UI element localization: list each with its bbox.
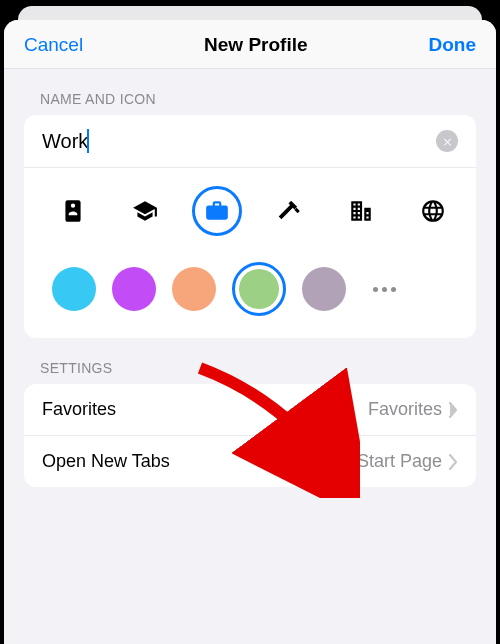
icon-option-badge[interactable] xyxy=(48,186,98,236)
badge-icon xyxy=(60,198,86,224)
new-tabs-value: On Start Page xyxy=(328,451,442,472)
color-option-orange[interactable] xyxy=(172,267,216,311)
hammer-icon xyxy=(276,198,302,224)
graduation-cap-icon xyxy=(132,198,158,224)
icon-option-hammer[interactable] xyxy=(264,186,314,236)
icon-option-graduation[interactable] xyxy=(120,186,170,236)
ellipsis-icon xyxy=(373,287,378,292)
sheet-title: New Profile xyxy=(204,34,307,56)
cancel-button[interactable]: Cancel xyxy=(24,34,83,56)
color-option-green-selected[interactable] xyxy=(232,262,286,316)
settings-row-favorites[interactable]: Favorites Favorites xyxy=(24,384,476,435)
section-label-name-icon: NAME AND ICON xyxy=(4,69,496,115)
name-row: Work xyxy=(24,115,476,168)
icon-option-briefcase[interactable] xyxy=(192,186,242,236)
color-option-cyan[interactable] xyxy=(52,267,96,311)
settings-row-new-tabs[interactable]: Open New Tabs On Start Page xyxy=(24,435,476,487)
globe-icon xyxy=(420,198,446,224)
icon-picker-row xyxy=(24,168,476,248)
favorites-label: Favorites xyxy=(42,399,116,420)
chevron-right-icon xyxy=(448,454,458,470)
chevron-right-icon xyxy=(448,402,458,418)
favorites-value: Favorites xyxy=(368,399,442,420)
done-button[interactable]: Done xyxy=(428,34,476,56)
icon-option-building[interactable] xyxy=(336,186,386,236)
sheet-header: Cancel New Profile Done xyxy=(4,20,496,69)
profile-name-input[interactable]: Work xyxy=(42,130,88,153)
settings-card: Favorites Favorites Open New Tabs On Sta… xyxy=(24,384,476,487)
name-icon-card: Work xyxy=(24,115,476,338)
color-picker-row xyxy=(24,248,476,338)
new-tabs-label: Open New Tabs xyxy=(42,451,170,472)
color-swatch-green xyxy=(239,269,279,309)
color-option-purple[interactable] xyxy=(112,267,156,311)
clear-text-button[interactable] xyxy=(436,130,458,152)
x-icon xyxy=(442,136,453,147)
briefcase-icon xyxy=(204,198,230,224)
new-profile-sheet: Cancel New Profile Done NAME AND ICON Wo… xyxy=(4,20,496,644)
more-colors-button[interactable] xyxy=(362,267,406,311)
building-icon xyxy=(348,198,374,224)
section-label-settings: SETTINGS xyxy=(4,338,496,384)
icon-option-globe[interactable] xyxy=(408,186,458,236)
color-option-mauve[interactable] xyxy=(302,267,346,311)
